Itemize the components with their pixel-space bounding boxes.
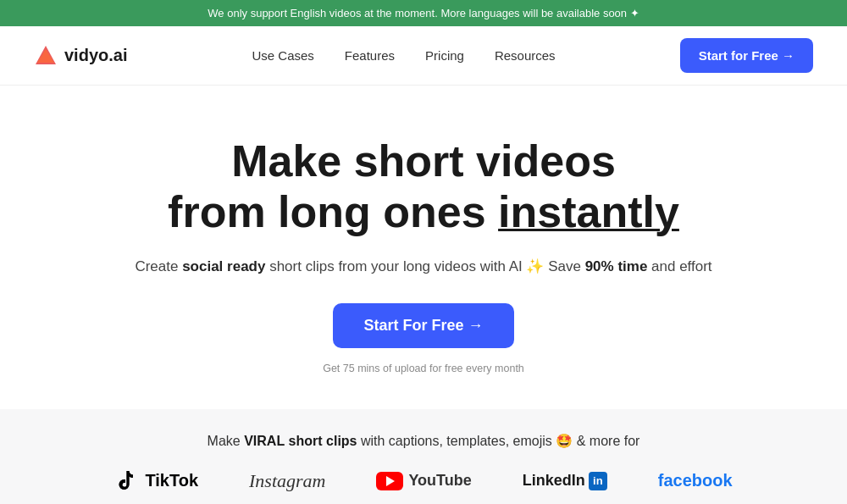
tiktok-icon bbox=[114, 469, 138, 493]
hero-cta-button[interactable]: Start For Free → bbox=[333, 303, 513, 348]
youtube-icon bbox=[376, 472, 403, 490]
tiktok-label: TikTok bbox=[145, 471, 198, 490]
svg-marker-1 bbox=[37, 49, 54, 63]
nav-cta-button[interactable]: Start for Free → bbox=[680, 38, 813, 73]
nav-links: Use Cases Features Pricing Resources bbox=[252, 48, 556, 64]
linkedin-icon: in bbox=[589, 472, 607, 490]
navigation: vidyo.ai Use Cases Features Pricing Reso… bbox=[0, 26, 847, 86]
youtube-logo: YouTube bbox=[376, 472, 471, 490]
facebook-logo: facebook bbox=[658, 471, 733, 490]
hero-headline-underline: instantly bbox=[498, 187, 679, 236]
banner-text: We only support English videos at the mo… bbox=[208, 7, 639, 19]
platforms-list: TikTok Instagram YouTube LinkedIn in fac… bbox=[34, 469, 813, 493]
hero-subtext: Create social ready short clips from you… bbox=[34, 255, 813, 278]
hero-section: Make short videos from long ones instant… bbox=[0, 86, 847, 409]
instagram-logo: Instagram bbox=[249, 470, 325, 492]
nav-use-cases[interactable]: Use Cases bbox=[252, 48, 314, 63]
youtube-label: YouTube bbox=[408, 472, 471, 490]
social-proof-bar: Make VIRAL short clips with captions, te… bbox=[0, 409, 847, 504]
nav-resources[interactable]: Resources bbox=[495, 48, 556, 63]
hero-headline: Make short videos from long ones instant… bbox=[34, 136, 813, 238]
tiktok-logo: TikTok bbox=[114, 469, 198, 493]
nav-pricing[interactable]: Pricing bbox=[425, 48, 464, 63]
announcement-banner: We only support English videos at the mo… bbox=[0, 0, 847, 26]
logo-icon bbox=[34, 44, 58, 68]
logo-text: vidyo.ai bbox=[64, 46, 127, 65]
facebook-label: facebook bbox=[658, 471, 733, 490]
nav-features[interactable]: Features bbox=[345, 48, 395, 63]
social-bar-text: Make VIRAL short clips with captions, te… bbox=[34, 433, 813, 449]
linkedin-logo: LinkedIn in bbox=[523, 472, 607, 490]
hero-note: Get 75 mins of upload for free every mon… bbox=[323, 363, 524, 374]
linkedin-label: LinkedIn bbox=[523, 472, 585, 490]
logo[interactable]: vidyo.ai bbox=[34, 44, 127, 68]
